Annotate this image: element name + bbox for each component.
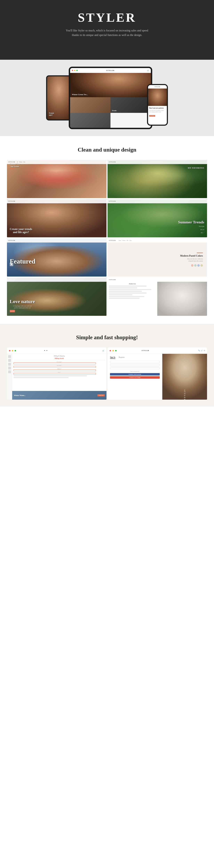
phone-content: Man Coats new patterns Never miss Any of… xyxy=(148,106,167,118)
screenshot-card-7: STYLER Love nature Living happy with you… xyxy=(7,278,106,316)
register-tab[interactable]: Register xyxy=(119,356,125,359)
field-city: City * xyxy=(14,372,105,375)
signin-logo: STYLER xyxy=(142,350,149,351)
tablet-title-label: STYLER xyxy=(106,70,115,71)
signin-dot-green xyxy=(115,350,116,351)
sidebar-icon-2 xyxy=(8,359,11,362)
sc5-nav: STYLER xyxy=(7,238,106,243)
screenshot-row-4: STYLER Love nature Living happy with you… xyxy=(7,278,207,316)
tablet-cell-1 xyxy=(70,97,110,113)
featured-label: Featured xyxy=(10,257,35,265)
tablet-header: STYLER 🛒 xyxy=(70,68,151,73)
sc1-nav: STYLER All Women Men xyxy=(7,160,106,164)
forgot-password[interactable]: Forgot your password? xyxy=(110,371,160,372)
form-row-5 xyxy=(109,292,146,293)
billing-title: Billing details xyxy=(14,358,105,360)
cart-icon[interactable]: 🛒 xyxy=(201,350,203,351)
tablet-dot-green xyxy=(76,70,78,71)
sc5-logo: STYLER xyxy=(8,240,15,241)
screenshot-card-1: STYLER All Women Men Summer NewAge Trend… xyxy=(7,160,106,198)
city-input[interactable] xyxy=(14,373,96,375)
sc5-dot xyxy=(10,262,13,266)
first-name-input[interactable] xyxy=(14,363,96,364)
form-row-8 xyxy=(109,298,139,299)
sc1-nav-links: All Women Men xyxy=(17,161,25,162)
tablet-cell-3 xyxy=(70,113,110,128)
swatch-1 xyxy=(191,264,193,267)
signin-header-icons: 🔍 🛒 ☰ xyxy=(198,350,205,351)
tablet-mockup: STYLER 🛒 Winter Green Tre... Trends xyxy=(69,67,152,129)
shopping-grid: ✦ ✦ 🛒 Billing & Shipping Billing details xyxy=(7,347,207,400)
phone-inner: STYLER Man Coats new patterns Never miss… xyxy=(148,85,167,125)
sc8-image xyxy=(157,282,207,316)
dot-yellow xyxy=(12,350,13,351)
device-mockup-area: Trendsages! STYLER 🛒 Winter Green Tre... xyxy=(0,60,214,136)
tablet-cell-2: Trends xyxy=(110,97,151,113)
sc3-label: Create your trendsand life ages? xyxy=(10,227,32,234)
sc8-content: Product List xyxy=(108,282,207,316)
sc2-label: MY FAVORITES xyxy=(188,167,204,169)
sc4-nav: STYLER xyxy=(108,199,207,203)
field-first-name: First name * xyxy=(14,362,105,364)
sc3-logo: STYLER xyxy=(8,200,15,202)
facebook-btn[interactable]: Continue with Facebook xyxy=(110,373,160,375)
address-input[interactable] xyxy=(14,369,96,371)
hero-section: STYLER You'll like Styler so much, which… xyxy=(0,0,214,60)
sc6-nav-links: Home Women Men Blog xyxy=(119,240,132,241)
shopping-title: Simple and fast shopping! xyxy=(7,334,207,341)
screenshot-row-2: STYLER Create your trendsand life ages? … xyxy=(7,199,207,237)
clean-design-title: Clean and unique design xyxy=(7,147,207,153)
signin-register-tabs: Sign In Register xyxy=(110,356,160,359)
signin-content: Sign In Register Forgot your password? C… xyxy=(108,354,207,400)
billing-section: Billing & Shipping Billing details First… xyxy=(12,354,106,380)
tablet-hero-img: Winter Green Tre... xyxy=(70,73,151,97)
confirm-input[interactable] xyxy=(110,367,160,369)
winter-banner-text: Winter Wome... xyxy=(14,395,26,396)
password-input[interactable] xyxy=(110,364,160,366)
swatch-2 xyxy=(194,264,196,267)
small-tablet-label: Trendsages! xyxy=(49,112,54,116)
screenshot-row-3: STYLER Featured STYLER Home Women Men Bl… xyxy=(7,238,207,277)
winter-banner: Winter Wome... Shop Now xyxy=(12,391,106,400)
search-icon[interactable]: 🔍 xyxy=(198,350,200,351)
signin-form: Sign In Register Forgot your password? C… xyxy=(108,354,162,400)
last-name-input[interactable] xyxy=(14,366,96,368)
sc7-btn[interactable]: Shop Now xyxy=(10,310,15,312)
sidebar-icon-3 xyxy=(8,363,11,366)
sc6-title: Modern Pastel Colors xyxy=(180,254,203,257)
phone-btn[interactable]: Show More xyxy=(149,115,155,117)
username-input[interactable] xyxy=(110,361,160,363)
section-shopping: Simple and fast shopping! ✦ ✦ 🛒 xyxy=(0,324,214,407)
checkout-cart: 🛒 xyxy=(102,350,104,351)
billing-shipping-label: Billing & Shipping xyxy=(14,355,105,357)
signin-tab[interactable]: Sign In xyxy=(110,356,115,359)
sc1-logo: STYLER xyxy=(8,161,15,163)
swatch-3 xyxy=(197,264,200,267)
sidebar-icon-1 xyxy=(8,355,11,358)
google-btn[interactable]: Continue with Google xyxy=(110,376,160,379)
screenshot-card-8: STYLER Product List xyxy=(108,278,207,316)
screenshot-card-4: STYLER Summer Trends "Feel fabare yoall.… xyxy=(108,199,207,237)
swatch-4 xyxy=(200,264,203,267)
tablet-cell-4 xyxy=(110,113,151,128)
sc8-inner: STYLER Product List xyxy=(108,278,207,316)
form-row-3 xyxy=(109,289,151,290)
signin-dot-yellow xyxy=(112,350,114,351)
tablet-inner: STYLER 🛒 Winter Green Tre... Trends xyxy=(70,68,151,128)
sc6-logo: STYLER xyxy=(109,240,116,241)
menu-icon[interactable]: ☰ xyxy=(204,350,205,351)
sc2-logo: STYLER xyxy=(109,161,116,163)
phone-mockup: STYLER Man Coats new patterns Never miss… xyxy=(147,84,168,126)
winter-banner-btn[interactable]: Shop Now xyxy=(98,394,105,396)
tablet-content: Winter Green Tre... Trends xyxy=(70,73,151,128)
color-swatches xyxy=(191,264,203,267)
screenshot-card-6: STYLER Home Women Men Blog Modern Pastel… xyxy=(108,238,207,277)
sc3-nav: STYLER xyxy=(7,199,106,203)
sc8-logo: STYLER xyxy=(109,279,116,280)
trends-label: Trends xyxy=(112,110,116,112)
screenshot-row-1: STYLER All Women Men Summer NewAge Trend… xyxy=(7,160,207,198)
sc4-logo: STYLER xyxy=(109,200,116,202)
checkout-header: ✦ ✦ 🛒 xyxy=(7,347,106,354)
styler-vertical-text: STYLER xyxy=(184,390,186,400)
checkout-content: Billing & Shipping Billing details First… xyxy=(7,354,106,400)
